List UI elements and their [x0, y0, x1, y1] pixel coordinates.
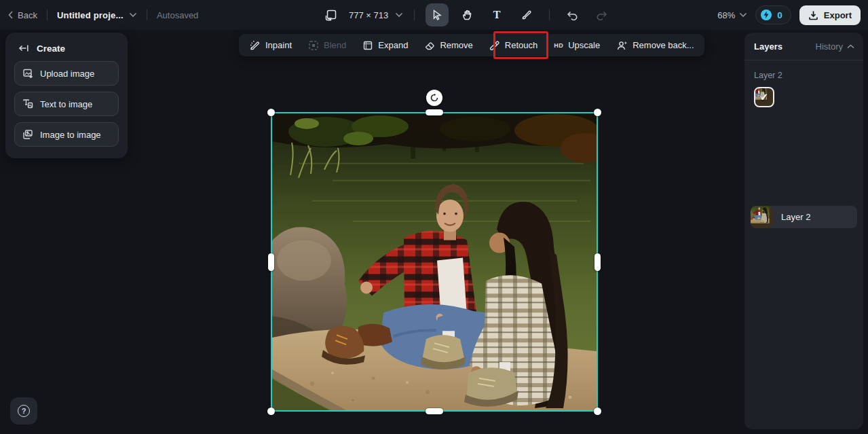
export-button[interactable]: Export — [799, 5, 861, 25]
check-icon: ✓ — [755, 88, 773, 106]
undo-button[interactable] — [561, 3, 584, 26]
blend-button[interactable]: Blend — [308, 40, 346, 51]
tab-layers[interactable]: Layers — [754, 41, 782, 52]
selected-image-layer[interactable] — [271, 113, 597, 411]
resize-handle-bottom-right[interactable] — [594, 408, 601, 415]
create-panel: Create Upload image Text to image Image … — [5, 33, 128, 158]
image-to-image-label: Image to image — [40, 130, 101, 140]
credits-badge[interactable]: 0 — [755, 5, 791, 24]
image-editor-app: Back Untitled proje... Autosaved 777 × 7… — [0, 0, 868, 434]
redo-button[interactable] — [590, 3, 614, 26]
chevron-down-icon — [739, 12, 747, 18]
chevron-down-icon[interactable] — [129, 12, 137, 18]
text-tool-icon: T — [493, 9, 501, 21]
eraser-icon — [424, 40, 435, 51]
image-to-image-icon — [22, 129, 33, 140]
text-tool-button[interactable]: T — [485, 3, 508, 26]
help-button[interactable]: ? — [10, 397, 37, 424]
credits-coin-icon — [760, 9, 772, 21]
top-bar-right: 68% 0 Export — [717, 0, 861, 30]
remove-background-icon — [616, 40, 628, 51]
autosaved-status: Autosaved — [157, 10, 198, 20]
image-to-image-button[interactable]: Image to image — [14, 122, 119, 147]
layers-panel-header: Layers History — [744, 33, 863, 60]
text-to-image-icon — [22, 98, 33, 109]
credits-count: 0 — [777, 10, 782, 20]
retouch-button[interactable]: Retouch — [489, 40, 537, 51]
resize-handle-bottom[interactable] — [426, 408, 443, 414]
collapse-panel-icon[interactable] — [18, 43, 29, 54]
undo-icon — [566, 10, 578, 20]
inpaint-label: Inpaint — [265, 40, 292, 50]
resize-handle-left[interactable] — [268, 253, 274, 271]
resize-handle-top[interactable] — [426, 109, 443, 115]
remove-label: Remove — [440, 40, 472, 50]
back-button[interactable]: Back — [8, 10, 37, 20]
blend-label: Blend — [324, 40, 346, 50]
help-glyph: ? — [22, 407, 26, 415]
retouch-label: Retouch — [505, 40, 537, 50]
divider — [147, 10, 147, 20]
resize-handle-top-right[interactable] — [594, 109, 601, 116]
upload-image-icon — [22, 68, 33, 79]
back-label: Back — [18, 10, 37, 20]
create-panel-buttons: Upload image Text to image Image to imag… — [5, 61, 128, 147]
inpaint-button[interactable]: Inpaint — [249, 39, 292, 51]
layer-thumbnail — [751, 206, 773, 228]
select-tool-button[interactable] — [426, 3, 449, 26]
history-state-thumbnail[interactable]: ✓ — [754, 87, 774, 107]
remove-background-label: Remove back... — [633, 40, 694, 50]
resize-handle-top-left[interactable] — [267, 109, 275, 116]
chevron-up-icon — [847, 44, 854, 49]
history-label: History — [816, 41, 843, 52]
upscale-button[interactable]: HD Upscale — [554, 40, 600, 50]
upload-image-button[interactable]: Upload image — [14, 61, 119, 86]
remove-background-button[interactable]: Remove back... — [616, 40, 694, 51]
divider — [414, 10, 415, 20]
blend-icon — [308, 40, 319, 51]
create-panel-header: Create — [5, 33, 128, 61]
upscale-label: Upscale — [568, 40, 600, 50]
layer-row-selected[interactable]: Layer 2 — [751, 206, 857, 228]
chevron-left-icon — [8, 11, 14, 19]
resize-handle-right[interactable] — [595, 253, 601, 271]
retouch-icon — [489, 40, 500, 51]
expand-label: Expand — [378, 40, 408, 50]
hd-icon: HD — [554, 42, 563, 49]
zoom-level: 68% — [717, 10, 735, 20]
photo-couple-by-lake — [271, 113, 597, 411]
create-panel-title: Create — [37, 43, 65, 54]
top-bar-left: Back Untitled proje... Autosaved — [8, 0, 198, 30]
rotate-handle[interactable] — [426, 90, 442, 106]
canvas-stage[interactable] — [0, 30, 868, 434]
rotate-icon — [430, 93, 439, 103]
edit-toolbar: Inpaint Blend Expand Remove Retouch HD U… — [239, 34, 704, 56]
layer-name: Layer 2 — [781, 212, 810, 222]
resize-canvas-button[interactable] — [319, 3, 342, 26]
project-name[interactable]: Untitled proje... — [57, 10, 124, 20]
upload-image-label: Upload image — [40, 69, 94, 79]
resize-canvas-icon — [325, 10, 337, 21]
layers-panel: Layers History Layer 2 ✓ Layer 2 — [744, 33, 863, 429]
brush-tool-button[interactable] — [515, 3, 538, 26]
hand-tool-button[interactable] — [455, 3, 478, 26]
export-label: Export — [824, 10, 852, 20]
chevron-down-icon[interactable] — [395, 12, 403, 18]
hand-icon — [461, 10, 472, 20]
canvas-size-label[interactable]: 777 × 713 — [349, 10, 388, 20]
tab-history[interactable]: History — [816, 41, 854, 52]
cursor-icon — [432, 10, 442, 20]
top-bar: Back Untitled proje... Autosaved 777 × 7… — [0, 0, 868, 30]
remove-button[interactable]: Remove — [424, 40, 472, 51]
layer-group-label: Layer 2 — [744, 60, 863, 87]
resize-handle-bottom-left[interactable] — [267, 408, 275, 415]
expand-icon — [362, 40, 373, 51]
download-icon — [808, 10, 818, 20]
text-to-image-button[interactable]: Text to image — [14, 92, 119, 116]
layer-thumbnail-image — [751, 206, 773, 228]
expand-button[interactable]: Expand — [362, 40, 408, 51]
zoom-control[interactable]: 68% — [717, 10, 747, 20]
top-bar-center: 777 × 713 T — [319, 0, 614, 30]
redo-icon — [596, 10, 608, 20]
text-to-image-label: Text to image — [40, 99, 92, 109]
